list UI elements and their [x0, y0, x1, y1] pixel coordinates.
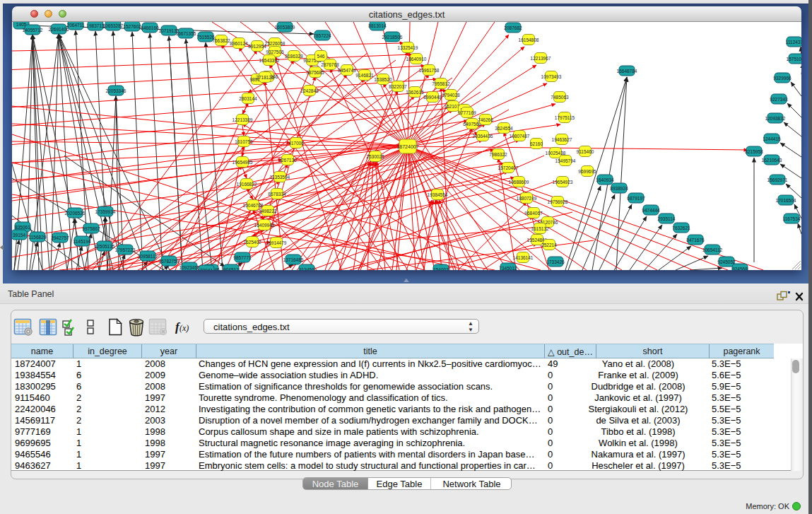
svg-text:1498222: 1498222	[259, 209, 277, 214]
svg-text:16154808: 16154808	[519, 37, 539, 42]
svg-text:313456: 313456	[299, 267, 314, 271]
svg-text:15495794: 15495794	[555, 158, 576, 163]
svg-text:2530025: 2530025	[366, 154, 384, 159]
svg-text:9327505: 9327505	[266, 49, 284, 54]
svg-text:8215958: 8215958	[745, 149, 763, 154]
svg-text:23941: 23941	[200, 268, 213, 271]
svg-text:1983713: 1983713	[86, 23, 105, 28]
svg-text:19654923: 19654923	[553, 180, 573, 185]
svg-text:2242848: 2242848	[300, 88, 319, 93]
svg-text:9975867: 9975867	[82, 226, 100, 231]
svg-text:16409948: 16409948	[254, 223, 275, 228]
svg-text:8471676: 8471676	[686, 238, 705, 243]
svg-text:1640934: 1640934	[596, 177, 614, 182]
svg-text:6497568: 6497568	[463, 122, 481, 127]
svg-text:1167534: 1167534	[783, 216, 801, 221]
svg-text:17975115: 17975115	[555, 115, 575, 120]
svg-text:(x): (x)	[180, 323, 189, 333]
svg-text:29218506: 29218506	[382, 35, 403, 40]
svg-text:1112437: 1112437	[786, 40, 801, 45]
svg-text:546: 546	[317, 54, 325, 59]
svg-text:16961758: 16961758	[419, 68, 440, 73]
svg-text:746266: 746266	[478, 117, 493, 122]
svg-text:12093832: 12093832	[765, 116, 786, 121]
svg-text:15720407: 15720407	[498, 165, 519, 170]
svg-text:8960124: 8960124	[230, 41, 248, 46]
svg-text:904512: 904512	[223, 267, 239, 271]
svg-text:16543392: 16543392	[259, 58, 280, 63]
svg-text:17957223: 17957223	[115, 247, 136, 252]
svg-text:62160: 62160	[530, 141, 543, 146]
svg-text:2942757: 2942757	[51, 235, 69, 240]
svg-text:10046788: 10046788	[243, 203, 264, 208]
svg-text:9146821: 9146821	[355, 73, 374, 78]
svg-text:2718126: 2718126	[256, 75, 274, 80]
svg-text:1527602: 1527602	[123, 24, 141, 29]
svg-text:1733426: 1733426	[546, 259, 565, 264]
svg-text:9474444: 9474444	[642, 208, 660, 213]
svg-text:16914479: 16914479	[266, 240, 287, 245]
svg-text:835061: 835061	[15, 225, 30, 230]
svg-text:7345012: 7345012	[499, 266, 517, 271]
svg-text:8938924: 8938924	[610, 186, 628, 191]
svg-text:22053346: 22053346	[106, 88, 126, 93]
svg-text:8912954: 8912954	[248, 44, 266, 49]
svg-text:16782759: 16782759	[159, 259, 180, 264]
svg-text:3875685: 3875685	[306, 70, 324, 75]
svg-text:8678334: 8678334	[268, 192, 286, 197]
svg-text:252214: 252214	[541, 243, 557, 247]
svg-text:20364436: 20364436	[473, 134, 493, 139]
svg-text:417006: 417006	[288, 141, 304, 146]
svg-text:16648784: 16648784	[617, 69, 637, 74]
svg-text:1405: 1405	[16, 22, 27, 27]
svg-text:22691406: 22691406	[49, 27, 69, 32]
svg-text:2087682: 2087682	[504, 25, 522, 30]
svg-text:1145194: 1145194	[73, 239, 91, 244]
svg-text:16671355: 16671355	[176, 31, 196, 36]
svg-text:12213389: 12213389	[233, 117, 253, 122]
svg-text:7625402: 7625402	[243, 240, 261, 245]
svg-text:10923468: 10923468	[180, 265, 200, 270]
svg-text:15751074: 15751074	[787, 57, 801, 62]
svg-text:2876768: 2876768	[321, 62, 339, 67]
svg-text:12505135: 12505135	[95, 244, 115, 249]
svg-text:1244415: 1244415	[763, 136, 781, 141]
svg-text:8454749: 8454749	[338, 68, 356, 73]
svg-text:9684067: 9684067	[524, 211, 543, 216]
svg-text:8813014: 8813014	[368, 23, 387, 28]
svg-text:1362615: 1362615	[406, 90, 424, 95]
svg-text:18640910: 18640910	[406, 57, 427, 62]
svg-text:2803144: 2803144	[239, 96, 257, 101]
svg-text:9227343: 9227343	[770, 97, 788, 102]
svg-text:7986322: 7986322	[489, 152, 507, 157]
svg-text:20206526: 20206526	[65, 211, 86, 216]
svg-text:10958117: 10958117	[138, 254, 158, 259]
svg-text:10653287: 10653287	[103, 23, 124, 28]
svg-text:18807249: 18807249	[517, 196, 537, 201]
svg-text:1538520: 1538520	[374, 77, 392, 82]
svg-text:12213967: 12213967	[531, 56, 551, 61]
svg-text:10688609: 10688609	[509, 180, 529, 185]
svg-text:19384554: 19384554	[428, 192, 448, 197]
svg-text:10973493: 10973493	[541, 74, 562, 79]
svg-text:19463627: 19463627	[552, 137, 572, 142]
svg-text:16053809: 16053809	[275, 25, 295, 30]
svg-text:10654112: 10654112	[702, 247, 723, 252]
svg-text:18724007: 18724007	[396, 144, 418, 149]
svg-text:3624554: 3624554	[495, 126, 513, 131]
svg-text:9699695: 9699695	[578, 169, 596, 174]
svg-text:13716485: 13716485	[283, 257, 304, 262]
svg-text:15692971: 15692971	[767, 177, 788, 182]
svg-text:7857224: 7857224	[313, 33, 331, 38]
svg-text:13325419: 13325419	[398, 45, 418, 50]
svg-text:10807487: 10807487	[510, 134, 530, 139]
svg-text:7485063: 7485063	[551, 95, 569, 100]
svg-text:7632621: 7632621	[672, 226, 690, 230]
svg-text:19756928: 19756928	[548, 199, 568, 204]
svg-text:7663822: 7663822	[212, 38, 230, 43]
svg-text:17016504: 17016504	[776, 198, 796, 203]
svg-text:1610755: 1610755	[235, 139, 253, 144]
svg-text:1156829: 1156829	[29, 235, 47, 240]
svg-text:9115460: 9115460	[577, 149, 594, 154]
svg-text:7955812: 7955812	[432, 81, 450, 86]
